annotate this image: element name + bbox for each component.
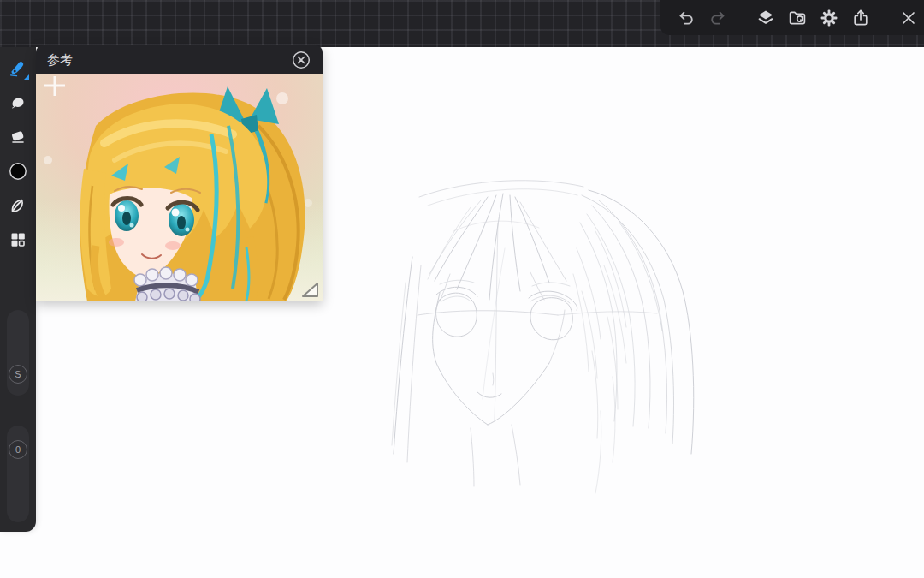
undo-button[interactable] bbox=[676, 7, 696, 29]
brush-tool-button[interactable] bbox=[4, 55, 32, 82]
reference-artwork bbox=[36, 74, 323, 301]
reference-image[interactable] bbox=[36, 74, 323, 301]
tool-list bbox=[0, 55, 36, 253]
tool-sidebar: S 0 bbox=[0, 47, 36, 532]
pencil-sketch bbox=[368, 171, 744, 535]
brush-size-thumb[interactable]: S bbox=[9, 365, 27, 384]
import-image-icon bbox=[787, 8, 808, 28]
layers-button[interactable] bbox=[755, 7, 776, 29]
color-swatch-icon bbox=[8, 161, 28, 182]
shapes-grid-tool-button[interactable] bbox=[4, 226, 32, 253]
color-swatch-button[interactable] bbox=[4, 158, 32, 185]
smudge-icon bbox=[8, 92, 28, 113]
reference-close-button[interactable] bbox=[291, 50, 311, 70]
brush-size-label: S bbox=[15, 369, 21, 379]
share-export-icon bbox=[850, 8, 871, 28]
redo-icon bbox=[708, 8, 728, 28]
close-button[interactable] bbox=[898, 7, 919, 29]
reference-panel[interactable]: 参考 bbox=[36, 45, 323, 301]
top-toolbar bbox=[660, 0, 924, 35]
eraser-tool-button[interactable] bbox=[4, 123, 32, 151]
share-export-button[interactable] bbox=[850, 7, 871, 29]
reference-panel-header[interactable]: 参考 bbox=[36, 45, 323, 74]
smudge-tool-button[interactable] bbox=[4, 89, 32, 116]
app-window: S 0 参考 bbox=[0, 0, 924, 578]
brush-opacity-label: 0 bbox=[15, 444, 21, 455]
redo-button[interactable] bbox=[708, 7, 728, 29]
undo-icon bbox=[676, 8, 696, 28]
layers-icon bbox=[755, 8, 776, 28]
settings-gear-icon bbox=[819, 8, 839, 28]
settings-button[interactable] bbox=[819, 7, 839, 29]
brush-opacity-thumb[interactable]: 0 bbox=[9, 440, 27, 459]
close-icon bbox=[898, 8, 919, 28]
tool-options-indicator bbox=[24, 74, 29, 80]
shapes-grid-icon bbox=[8, 229, 28, 250]
reference-panel-title: 参考 bbox=[47, 52, 73, 69]
leaf-icon bbox=[8, 195, 28, 216]
import-image-button[interactable] bbox=[787, 7, 808, 29]
circle-x-icon bbox=[291, 50, 311, 70]
resize-triangle-icon[interactable] bbox=[299, 282, 320, 299]
leaf-tool-button[interactable] bbox=[4, 192, 32, 219]
eraser-icon bbox=[8, 127, 28, 147]
